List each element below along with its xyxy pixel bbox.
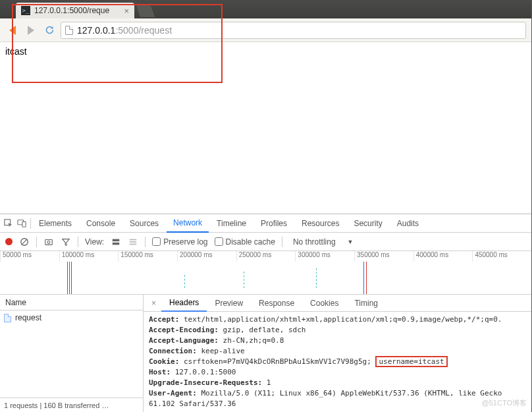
preserve-log-checkbox[interactable]: Preserve log — [152, 237, 207, 247]
throttling-select[interactable]: No throttling▼ — [289, 237, 358, 247]
arrow-left-icon — [9, 26, 16, 35]
tab-profiles[interactable]: Profiles — [254, 214, 294, 233]
network-timeline[interactable]: 50000 ms 100000 ms 150000 ms 200000 ms 2… — [0, 251, 531, 295]
devtools-tabs: Elements Console Sources Network Timelin… — [0, 214, 531, 233]
network-toolbar: View: Preserve log Disable cache No thro… — [0, 233, 531, 251]
filter-icon[interactable] — [61, 237, 71, 247]
disable-cache-checkbox[interactable]: Disable cache — [215, 237, 275, 247]
address-bar[interactable]: 127.0.0.1:5000/request — [61, 22, 526, 39]
timeline-tick: 300000 ms — [295, 251, 354, 262]
tab-resources[interactable]: Resources — [295, 214, 346, 233]
annotation-box-cookie: username=itcast — [375, 356, 447, 367]
watermark: @51CTO博客 — [482, 398, 527, 408]
detail-subtabs: × Headers Preview Response Cookies Timin… — [144, 295, 531, 312]
view-label: View: — [85, 237, 104, 247]
device-icon[interactable] — [17, 219, 26, 228]
request-list: Name request 1 requests | 160 B transfer… — [0, 295, 144, 412]
request-row[interactable]: request — [0, 310, 143, 325]
tab-audits[interactable]: Audits — [390, 214, 425, 233]
view-large-icon[interactable] — [111, 237, 121, 247]
terminal-icon: >_ — [21, 6, 30, 15]
record-icon[interactable] — [5, 238, 13, 245]
arrow-right-icon — [28, 26, 34, 35]
tab-elements[interactable]: Elements — [32, 214, 78, 233]
devtools: Elements Console Sources Network Timelin… — [0, 214, 531, 412]
tab-security[interactable]: Security — [347, 214, 388, 233]
page-body-text: itcast — [5, 46, 27, 57]
view-small-icon[interactable] — [128, 237, 138, 247]
reload-button[interactable] — [42, 23, 57, 38]
titlebar: >_ 127.0.0.1:5000/reque × — [0, 0, 531, 18]
request-detail: × Headers Preview Response Cookies Timin… — [144, 295, 531, 412]
svg-line-4 — [22, 239, 28, 245]
subtab-headers[interactable]: Headers — [161, 295, 207, 312]
subtab-response[interactable]: Response — [251, 295, 302, 312]
subtab-preview[interactable]: Preview — [207, 295, 251, 312]
chevron-down-icon: ▼ — [348, 239, 354, 245]
forward-button[interactable] — [24, 23, 38, 38]
svg-rect-9 — [130, 239, 137, 240]
browser-toolbar: 127.0.0.1:5000/request — [0, 18, 531, 42]
browser-tab[interactable]: >_ 127.0.0.1:5000/reque × — [16, 3, 134, 18]
inspect-icon[interactable] — [4, 219, 13, 228]
svg-rect-7 — [113, 239, 120, 241]
page-icon — [65, 26, 73, 35]
url-text: 127.0.0.1:5000/request — [77, 25, 172, 36]
page-content: itcast — [0, 42, 531, 214]
timeline-tick: 100000 ms — [59, 251, 119, 262]
svg-point-6 — [47, 241, 50, 243]
clear-icon[interactable] — [19, 237, 30, 247]
tab-console[interactable]: Console — [80, 214, 122, 233]
request-name: request — [15, 313, 41, 322]
timeline-chart — [0, 262, 531, 294]
back-button[interactable] — [5, 23, 20, 38]
svg-rect-2 — [22, 221, 26, 227]
subtab-timing[interactable]: Timing — [346, 295, 386, 312]
headers-content[interactable]: Accept: text/html,application/xhtml+xml,… — [144, 312, 531, 412]
close-icon[interactable]: × — [124, 6, 129, 16]
close-detail-icon[interactable]: × — [146, 299, 161, 308]
timeline-tick: 50000 ms — [0, 251, 59, 262]
document-icon — [4, 314, 11, 322]
svg-rect-5 — [45, 239, 53, 245]
network-body: Name request 1 requests | 160 B transfer… — [0, 295, 531, 412]
new-tab-button[interactable] — [136, 5, 155, 17]
subtab-cookies[interactable]: Cookies — [302, 295, 346, 312]
capture-icon[interactable] — [43, 237, 54, 247]
request-list-header[interactable]: Name — [0, 295, 143, 310]
reload-icon — [45, 25, 55, 35]
svg-rect-8 — [113, 242, 120, 245]
tab-sources[interactable]: Sources — [123, 214, 165, 233]
svg-rect-11 — [130, 243, 137, 245]
browser-window: >_ 127.0.0.1:5000/reque × 127.0.0.1:5000… — [0, 0, 532, 412]
timeline-tick: 250000 ms — [236, 251, 296, 262]
timeline-tick: 450000 ms — [472, 251, 531, 262]
network-status-bar: 1 requests | 160 B transferred … — [0, 397, 143, 412]
svg-rect-10 — [130, 241, 137, 243]
timeline-tick: 200000 ms — [177, 251, 236, 262]
tab-network[interactable]: Network — [167, 214, 209, 233]
tab-title: 127.0.0.1:5000/reque — [34, 6, 120, 15]
timeline-tick: 400000 ms — [413, 251, 473, 262]
tab-timeline[interactable]: Timeline — [210, 214, 253, 233]
timeline-tick: 150000 ms — [118, 251, 177, 262]
timeline-tick: 350000 ms — [354, 251, 413, 262]
